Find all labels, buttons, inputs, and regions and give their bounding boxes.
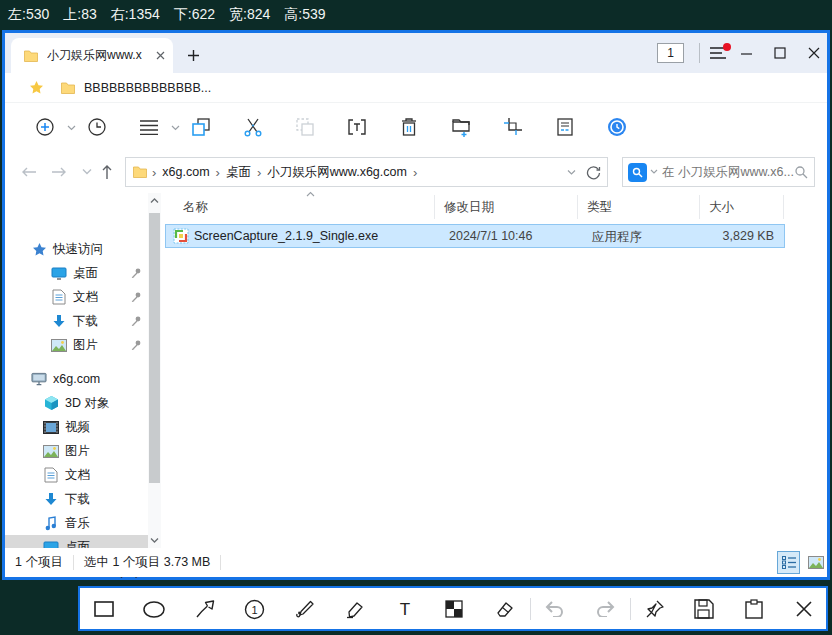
breadcrumb-item[interactable]: x6g.com (162, 165, 209, 179)
close-button[interactable] (801, 41, 827, 65)
sidebar-this-pc[interactable]: x6g.com (5, 367, 148, 391)
sidebar-item-documents-pinned[interactable]: 文档 (5, 285, 148, 309)
thumbnail-view-button[interactable] (804, 551, 827, 574)
column-size[interactable]: 大小 (709, 199, 734, 216)
menu-button[interactable] (705, 41, 731, 65)
pin-icon (645, 599, 665, 619)
details-pane-button[interactable] (547, 110, 583, 144)
sidebar-item-3d-objects[interactable]: 3D 对象 (5, 391, 148, 415)
breadcrumb-item[interactable]: 桌面 (226, 164, 251, 181)
search-icon[interactable] (794, 165, 808, 179)
arrow-tool-button[interactable] (188, 593, 222, 625)
details-view-button[interactable] (777, 551, 800, 574)
column-type[interactable]: 类型 (587, 199, 612, 216)
search-box[interactable] (622, 157, 815, 187)
sidebar-item-pictures[interactable]: 图片 (5, 439, 148, 463)
search-input[interactable] (662, 165, 794, 179)
computer-icon (31, 371, 47, 387)
counter-tool-button[interactable]: 1 (237, 593, 271, 625)
sidebar-item-music[interactable]: 音乐 (5, 511, 148, 535)
text-tool-button[interactable]: T (388, 593, 422, 625)
new-icon (34, 116, 56, 138)
history-badge-icon (606, 116, 628, 138)
new-tab-button[interactable] (181, 43, 205, 67)
column-modified[interactable]: 修改日期 (444, 199, 494, 216)
address-row: › x6g.com › 桌面 › 小刀娱乐网www.x6g.com › (5, 151, 827, 193)
scroll-up-icon[interactable] (150, 197, 159, 204)
paste-button[interactable] (287, 110, 323, 144)
mosaic-tool-button[interactable] (437, 593, 471, 625)
sidebar-item-documents[interactable]: 文档 (5, 463, 148, 487)
minimize-button[interactable] (733, 41, 759, 65)
close-capture-button[interactable] (787, 593, 821, 625)
copy-button[interactable] (183, 110, 219, 144)
rename-button[interactable] (339, 110, 375, 144)
capture-info-bar: 左:530 上:83 右:1354 下:622 宽:824 高:539 (0, 0, 832, 30)
column-divider[interactable] (434, 195, 435, 219)
menu-lines-icon (139, 119, 159, 135)
column-divider[interactable] (699, 195, 700, 219)
sidebar-quick-access[interactable]: 快速访问 (5, 237, 148, 261)
column-divider[interactable] (577, 195, 578, 219)
up-arrow-icon (101, 164, 113, 180)
undo-icon (544, 601, 566, 617)
details-pane-icon (554, 116, 576, 138)
rectangle-tool-button[interactable] (87, 593, 121, 625)
back-button[interactable] (15, 158, 43, 186)
sidebar-scrollbar[interactable] (148, 193, 161, 548)
sidebar-item-downloads-pinned[interactable]: 下载 (5, 309, 148, 333)
new-item-button[interactable] (27, 110, 63, 144)
tab-active[interactable]: 小刀娱乐网www.x (11, 38, 173, 73)
recent-button[interactable] (79, 110, 115, 144)
pen-tool-button[interactable] (288, 593, 322, 625)
history-badge-button[interactable] (599, 110, 635, 144)
sidebar-item-videos[interactable]: 视频 (5, 415, 148, 439)
undo-button[interactable] (538, 593, 572, 625)
file-row-selected[interactable]: ScreenCapture_2.1.9_Single.exe 2024/7/1 … (165, 224, 785, 248)
sidebar-item-pictures-pinned[interactable]: 图片 (5, 333, 148, 357)
sort-menu-button[interactable] (131, 110, 167, 144)
tab-bar: 小刀娱乐网www.x 1 (5, 33, 827, 73)
new-folder-button[interactable] (443, 110, 479, 144)
scrollbar-thumb[interactable] (149, 213, 160, 483)
star-icon[interactable] (29, 80, 44, 95)
search-chevron-icon[interactable] (650, 169, 658, 175)
coord-bottom: 下:622 (174, 6, 215, 24)
screenshot-capture-stage: 左:530 上:83 右:1354 下:622 宽:824 高:539 小刀娱乐… (0, 0, 832, 635)
eraser-tool-button[interactable] (487, 593, 521, 625)
chevron-down-icon[interactable] (171, 123, 181, 133)
crop-icon (502, 116, 524, 138)
refresh-icon[interactable] (586, 165, 601, 180)
notification-dot (723, 43, 731, 51)
tab-close-icon[interactable] (156, 51, 165, 60)
sidebar-item-downloads[interactable]: 下载 (5, 487, 148, 511)
copy-to-clipboard-button[interactable] (737, 593, 771, 625)
address-bar[interactable]: › x6g.com › 桌面 › 小刀娱乐网www.x6g.com › (125, 157, 608, 187)
favorite-item-label[interactable]: BBBBBBBBBBBBBB... (84, 81, 211, 95)
cut-button[interactable] (235, 110, 271, 144)
breadcrumb-item[interactable]: 小刀娱乐网www.x6g.com (267, 164, 407, 181)
maximize-button[interactable] (767, 41, 793, 65)
column-name[interactable]: 名称 (183, 199, 208, 216)
search-filter-icon[interactable] (628, 163, 647, 182)
capture-toolbar: 1 T (78, 586, 828, 631)
rectangle-icon (94, 601, 114, 617)
save-button[interactable] (687, 593, 721, 625)
address-dropdown-chevron[interactable] (567, 169, 576, 176)
tab-counter[interactable]: 1 (657, 43, 684, 63)
redo-button[interactable] (588, 593, 622, 625)
hamburger-icon (709, 46, 727, 60)
delete-button[interactable] (391, 110, 427, 144)
up-button[interactable] (93, 158, 121, 186)
ellipse-tool-button[interactable] (137, 593, 171, 625)
chevron-down-icon[interactable] (67, 123, 77, 133)
highlighter-tool-button[interactable] (338, 593, 372, 625)
crop-button[interactable] (495, 110, 531, 144)
pin-button[interactable] (638, 593, 672, 625)
scroll-down-icon[interactable] (150, 537, 159, 544)
forward-button[interactable] (45, 158, 73, 186)
column-divider[interactable] (783, 195, 784, 219)
coord-right: 右:1354 (111, 6, 160, 24)
pin-icon (130, 291, 142, 303)
sidebar-item-desktop-pinned[interactable]: 桌面 (5, 261, 148, 285)
